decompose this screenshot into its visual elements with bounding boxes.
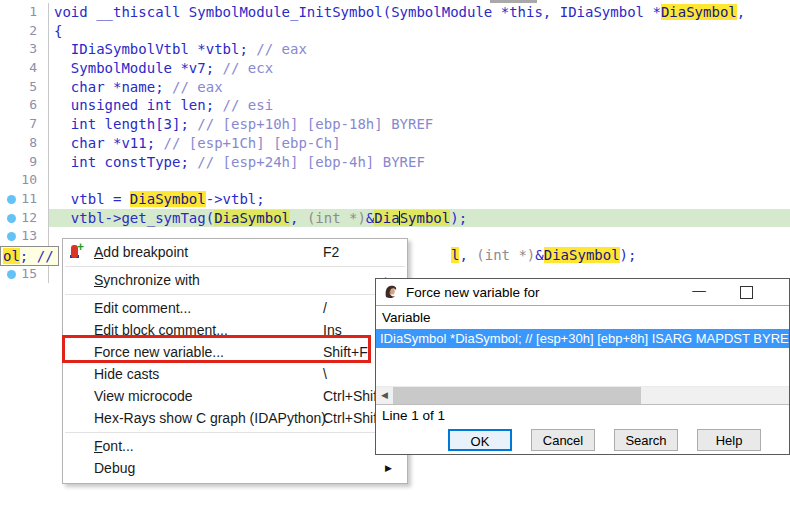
line-number-gutter[interactable]: 8 — [0, 134, 49, 153]
line-number-gutter[interactable]: 10 — [0, 171, 49, 190]
code-line-text — [49, 171, 790, 190]
highlighted-token: DiaSymbol — [661, 4, 737, 20]
maximize-button[interactable] — [740, 286, 753, 299]
menu-item-force-new-variable[interactable]: Force new variable...Shift+F — [63, 341, 407, 363]
code-segment: { — [54, 23, 62, 39]
scrollbar-thumb[interactable] — [393, 387, 641, 404]
code-line[interactable]: 2{ — [0, 22, 790, 41]
cancel-button[interactable]: Cancel — [531, 429, 595, 451]
menu-separator — [65, 294, 405, 295]
code-line-text: unsigned int len; // esi — [49, 96, 790, 115]
code-line[interactable]: 12 vtbl->get_symTag(DiaSymbol, (int *)&D… — [0, 209, 790, 228]
force-new-variable-dialog: Force new variable for — Variable IDiaSy… — [375, 278, 790, 455]
line-number-gutter[interactable]: 11 — [0, 190, 49, 209]
code-segment: // ecx — [223, 60, 274, 76]
code-segment: ); — [620, 247, 637, 263]
code-line-text: char *v11; // [esp+1Ch] [ebp-Ch] — [49, 134, 790, 153]
menu-item-label: Synchronize with — [94, 272, 200, 288]
line-number-gutter[interactable]: 3 — [0, 40, 49, 59]
code-segment: // esi — [223, 97, 274, 113]
code-segment: // eax — [256, 41, 307, 57]
menu-item-shortcut: Shift+F — [323, 341, 368, 363]
line-number-gutter[interactable]: 15 — [0, 265, 49, 284]
dialog-title: Force new variable for — [406, 285, 540, 300]
address-dot-icon — [7, 270, 16, 279]
variable-column-header[interactable]: Variable — [376, 305, 789, 329]
menu-item-edit-comment[interactable]: Edit comment.../ — [63, 297, 407, 319]
code-line[interactable]: 9 int constType; // [esp+24h] [ebp-4h] B… — [0, 153, 790, 172]
code-line[interactable]: 5 char *name; // eax — [0, 78, 790, 97]
code-segment: , — [737, 4, 745, 20]
code-line[interactable]: 8 char *v11; // [esp+1Ch] [ebp-Ch] — [0, 134, 790, 153]
ok-button[interactable]: OK — [448, 429, 512, 451]
line-number-gutter[interactable]: 9 — [0, 153, 49, 172]
line-number-gutter[interactable]: 4 — [0, 59, 49, 78]
line-number-gutter[interactable]: 1 — [0, 3, 49, 22]
menu-item-label: Hide casts — [94, 366, 159, 382]
highlighted-token: DiaSymbol — [544, 247, 620, 263]
code-line[interactable]: 10 — [0, 171, 790, 190]
line-number-gutter[interactable]: 13 — [0, 227, 49, 246]
line-number-gutter[interactable]: 6 — [0, 96, 49, 115]
menu-item-label: Edit comment... — [94, 300, 191, 316]
scroll-left-arrow-icon[interactable]: ◀ — [376, 387, 393, 404]
dialog-titlebar[interactable]: Force new variable for — — [376, 279, 789, 305]
line-number-gutter[interactable]: 7 — [0, 115, 49, 134]
code-line-text: vtbl = DiaSymbol->vtbl; — [49, 190, 790, 209]
code-line[interactable]: 6 unsigned int len; // esi — [0, 96, 790, 115]
menu-item-hex-rays-show-c-graph-idapython[interactable]: Hex-Rays show C graph (IDAPython)Ctrl+Sh… — [63, 407, 407, 429]
breakpoint-icon: + — [69, 244, 87, 260]
highlighted-token: ol — [3, 248, 20, 264]
code-segment: ->vtbl; — [206, 191, 265, 207]
address-dot-icon — [7, 232, 16, 241]
code-segment: ); — [450, 210, 467, 226]
menu-item-add-breakpoint[interactable]: +Add breakpointF2 — [63, 241, 407, 263]
code-segment: // [esp+10h] [ebp-18h] BYREF — [197, 116, 433, 132]
menu-item-label: Add breakpoint — [94, 244, 188, 260]
code-segment: ; // — [20, 248, 54, 264]
menu-item-label: Font... — [94, 438, 134, 454]
minimize-button[interactable]: — — [688, 279, 710, 305]
code-segment: IDiaSymbolVtbl *vtbl; — [54, 41, 256, 57]
menu-item-label: Debug — [94, 460, 135, 476]
hexrays-logo-icon — [383, 284, 399, 300]
code-line[interactable]: 4 SymbolModule *v7; // ecx — [0, 59, 790, 78]
menu-item-font[interactable]: Font... — [63, 435, 407, 457]
menu-item-edit-block-comment[interactable]: Edit block comment...Ins — [63, 319, 407, 341]
line-number-gutter[interactable]: 5 — [0, 78, 49, 97]
line-number-gutter[interactable]: 2 — [0, 22, 49, 41]
search-button[interactable]: Search — [614, 429, 678, 451]
code-line-text: int length[3]; // [esp+10h] [ebp-18h] BY… — [49, 115, 790, 134]
menu-item-label: Hex-Rays show C graph (IDAPython) — [94, 410, 326, 426]
code-segment: char *name; — [54, 79, 172, 95]
menu-item-synchronize-with[interactable]: Synchronize with▶ — [63, 269, 407, 291]
code-segment: (int *) — [476, 247, 535, 263]
submenu-arrow-icon: ▶ — [385, 457, 392, 479]
code-segment: & — [535, 247, 543, 263]
code-line[interactable]: 1void __thiscall SymbolModule_InitSymbol… — [0, 3, 790, 22]
code-line[interactable]: 3 IDiaSymbolVtbl *vtbl; // eax — [0, 40, 790, 59]
menu-separator — [65, 432, 405, 433]
menu-item-view-microcode[interactable]: View microcodeCtrl+Shift+ — [63, 385, 407, 407]
code-line[interactable]: 11 vtbl = DiaSymbol->vtbl; — [0, 190, 790, 209]
code-segment: int constType; — [54, 154, 197, 170]
menu-item-shortcut: Ins — [323, 319, 342, 341]
code-line[interactable]: 7 int length[3]; // [esp+10h] [ebp-18h] … — [0, 115, 790, 134]
highlighted-token: Dia — [374, 210, 399, 226]
code-line-text: char *name; // eax — [49, 78, 790, 97]
help-button[interactable]: Help — [697, 429, 761, 451]
menu-item-shortcut: \ — [323, 363, 327, 385]
line-number-gutter[interactable]: 12 — [0, 209, 49, 228]
variable-list-selected-row[interactable]: IDiaSymbol *DiaSymbol; // [esp+30h] [ebp… — [376, 329, 789, 348]
menu-item-hide-casts[interactable]: Hide casts\ — [63, 363, 407, 385]
horizontal-scrollbar[interactable]: ◀ — [376, 386, 789, 404]
code-segment: int length[3]; — [54, 116, 197, 132]
variable-list-empty-area — [376, 348, 789, 386]
variable-hint-tooltip: ol; // — [0, 246, 59, 266]
menu-item-debug[interactable]: Debug▶ — [63, 457, 407, 479]
code-line-text: { — [49, 22, 790, 41]
code-line-text: SymbolModule *v7; // ecx — [49, 59, 790, 78]
highlighted-token: DiaSymbol — [214, 210, 290, 226]
menu-item-shortcut: / — [323, 297, 327, 319]
dialog-button-row: OKCancelSearchHelp — [448, 429, 761, 451]
